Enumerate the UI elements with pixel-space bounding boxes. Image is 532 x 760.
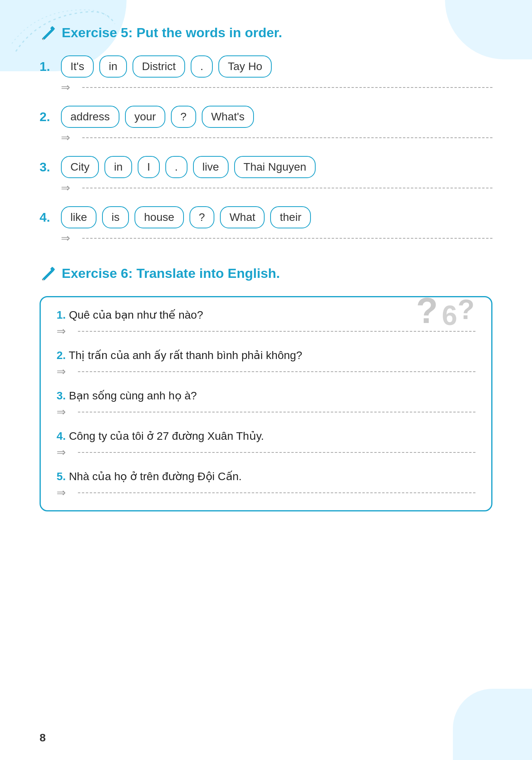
svg-text:?: ? [458,294,473,325]
answer-line-row-1: ⇒ [40,81,492,94]
word-bubble: in [99,55,127,78]
dashed-line [78,452,475,453]
blob-bottom-right [453,689,532,760]
exercise5-header: Exercise 5: Put the words in order. [40,24,492,41]
svg-text:?: ? [416,291,436,329]
word-bubble: . [165,156,187,178]
arrow-icon: ⇒ [57,365,72,378]
main-content: Exercise 5: Put the words in order. 1. I… [0,0,532,535]
arrow-icon: ⇒ [57,486,72,499]
arrow-icon: ⇒ [57,446,72,459]
word-bubble: in [104,156,132,178]
dashed-line [78,492,475,493]
translate-item-2: 2. Thị trấn của anh ấy rất thanh bình ph… [57,349,475,362]
word-bubble: is [102,206,129,228]
word-bubble: What [220,206,265,228]
row-number-2: 2. [40,110,55,124]
row-number-4: 4. [40,210,55,225]
translate-number-5: 5. [57,470,66,483]
translate-answer-row-2: ⇒ [57,365,475,378]
pencil-icon [40,24,57,41]
word-bubble: address [61,106,119,128]
dashed-line [78,412,475,412]
word-bubble: City [61,156,99,178]
translate-item-4: 4. Công ty của tôi ở 27 đường Xuân Thủy. [57,429,475,443]
dashed-line [82,137,492,138]
word-bubble: your [125,106,165,128]
word-bubble: District [133,55,186,78]
translate-text-4: 4. Công ty của tôi ở 27 đường Xuân Thủy. [57,429,475,443]
question-mark-decoration: ? 6 ? [412,289,475,334]
translate-item-3: 3. Bạn sống cùng anh họ à? [57,389,475,402]
exercise6-box: ? 6 ? 1. Quê của bạn như thế nào? ⇒ 2. T… [40,296,492,511]
row-number-1: 1. [40,59,55,74]
exercise6-title: Exercise 6: Translate into English. [62,266,280,281]
translate-number-2: 2. [57,349,66,361]
answer-line-row-2: ⇒ [40,131,492,144]
word-bubble: house [134,206,184,228]
exercise6-header: Exercise 6: Translate into English. [40,264,492,282]
translate-text-3: 3. Bạn sống cùng anh họ à? [57,389,475,402]
row-number-3: 3. [40,160,55,175]
dashed-line [78,371,475,372]
arrow-icon: ⇒ [57,325,72,338]
arrow-icon: ⇒ [57,405,72,418]
word-bubble: live [193,156,229,178]
exercise5-title: Exercise 5: Put the words in order. [62,25,282,40]
page-number: 8 [40,732,46,744]
word-bubble: ? [189,206,215,228]
word-bubble: their [270,206,310,228]
translate-item-5: 5. Nhà của họ ở trên đường Đội Cấn. [57,470,475,483]
word-bubble: Tay Ho [218,55,272,78]
translate-answer-row-3: ⇒ [57,405,475,418]
translate-answer-row-4: ⇒ [57,446,475,459]
word-bubble: ? [171,106,196,128]
translate-number-1: 1. [57,309,66,321]
arrow-icon: ⇒ [61,232,77,245]
exercise-row-1: 1. It's in District . Tay Ho [40,55,492,78]
svg-text:6: 6 [442,300,456,329]
translate-text-5: 5. Nhà của họ ở trên đường Đội Cấn. [57,470,475,483]
word-bubble: Thai Nguyen [234,156,316,178]
dashed-line [82,87,492,88]
translate-text-2: 2. Thị trấn của anh ấy rất thanh bình ph… [57,349,475,362]
pencil-icon-2 [40,264,57,282]
exercise-row-3: 3. City in I . live Thai Nguyen [40,156,492,178]
word-bubble: . [191,55,213,78]
translate-number-3: 3. [57,390,66,402]
exercise-row-2: 2. address your ? What's [40,106,492,128]
word-order-section: 1. It's in District . Tay Ho ⇒ 2. addres… [40,55,492,245]
answer-line-row-3: ⇒ [40,181,492,194]
translate-number-4: 4. [57,430,66,442]
arrow-icon: ⇒ [61,181,77,194]
exercise-row-4: 4. like is house ? What their [40,206,492,228]
word-bubble: What's [202,106,254,128]
dashed-line [82,188,492,188]
arrow-icon: ⇒ [61,81,77,94]
arrow-icon: ⇒ [61,131,77,144]
word-bubble: I [138,156,160,178]
word-bubble: like [61,206,97,228]
translate-answer-row-5: ⇒ [57,486,475,499]
word-bubble: It's [61,55,94,78]
answer-line-row-4: ⇒ [40,232,492,245]
dashed-line [82,238,492,239]
